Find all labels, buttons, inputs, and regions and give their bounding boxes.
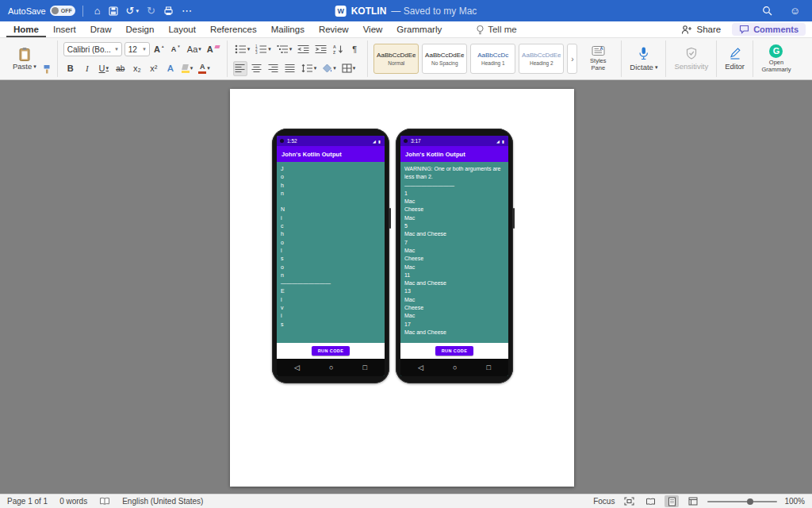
style-card[interactable]: AaBbCcDdEe No Spacing bbox=[422, 44, 467, 74]
ribbon-tab[interactable]: References bbox=[203, 21, 264, 37]
home-screen-button[interactable]: ⌂ bbox=[90, 2, 105, 20]
search-button[interactable] bbox=[758, 2, 776, 20]
underline-button[interactable]: U bbox=[97, 61, 111, 76]
language-indicator[interactable]: English (United States) bbox=[122, 497, 203, 506]
save-button[interactable] bbox=[105, 2, 122, 20]
dropdown-caret-icon bbox=[247, 46, 251, 52]
phone-screenshot-2[interactable]: 3:17 ◢ ▮ John's Kotlin Output WARNING: O… bbox=[396, 129, 513, 383]
more-commands-button[interactable]: ⋯ bbox=[178, 2, 196, 20]
tell-me-button[interactable]: Tell me bbox=[476, 25, 516, 35]
font-size-select[interactable]: 12 bbox=[124, 42, 150, 56]
read-mode-icon bbox=[645, 498, 656, 506]
text-effects-button[interactable]: A bbox=[163, 61, 178, 76]
style-card[interactable]: AaBbCcDdEe Normal bbox=[373, 44, 419, 74]
output-line: ————————— bbox=[281, 279, 381, 287]
italic-button[interactable]: I bbox=[80, 61, 94, 76]
undo-icon: ↺ bbox=[126, 6, 135, 16]
share-button[interactable]: Share bbox=[681, 25, 721, 35]
print-button[interactable] bbox=[159, 2, 178, 20]
ribbon-tab[interactable]: Draw bbox=[83, 21, 119, 37]
change-case-button[interactable]: Aa bbox=[186, 42, 203, 57]
editor-button[interactable]: Editor bbox=[722, 47, 747, 71]
grammarly-icon: G bbox=[769, 44, 783, 58]
output-line: s bbox=[281, 255, 381, 263]
superscript-button[interactable]: x² bbox=[147, 61, 161, 76]
numbered-list-button[interactable]: 123 bbox=[254, 42, 273, 57]
clear-formatting-button[interactable]: A bbox=[205, 42, 221, 57]
open-grammarly-button[interactable]: G Open Grammarly bbox=[759, 44, 794, 73]
print-layout-button[interactable] bbox=[665, 495, 679, 507]
style-name: No Spacing bbox=[431, 60, 458, 66]
zoom-thumb[interactable] bbox=[747, 498, 753, 505]
justify-button[interactable] bbox=[283, 61, 297, 76]
shading-button[interactable] bbox=[320, 61, 338, 76]
styles-gallery-expand-button[interactable]: › bbox=[567, 44, 577, 74]
format-painter-icon bbox=[42, 64, 52, 74]
zoom-level[interactable]: 100% bbox=[784, 497, 805, 506]
phone-screenshot-1[interactable]: 1:52 ◢ ▮ John's Kotlin Output JohnNichol… bbox=[272, 129, 389, 383]
sensitivity-label: Sensitivity bbox=[674, 62, 708, 71]
comments-button[interactable]: Comments bbox=[732, 23, 806, 36]
increase-indent-button[interactable] bbox=[313, 42, 328, 57]
ribbon-tab[interactable]: Review bbox=[312, 21, 356, 37]
highlight-color-button[interactable] bbox=[180, 61, 195, 76]
ribbon-tab[interactable]: View bbox=[356, 21, 390, 37]
line-spacing-button[interactable] bbox=[300, 61, 319, 76]
sensitivity-button[interactable]: Sensitivity bbox=[672, 47, 710, 71]
status-bar: Page 1 of 1 0 words English (United Stat… bbox=[0, 494, 812, 508]
ribbon-tab[interactable]: Layout bbox=[161, 21, 203, 37]
zoom-slider[interactable] bbox=[707, 497, 777, 506]
font-name-select[interactable]: Calibri (Bo... bbox=[63, 42, 122, 56]
style-name: Normal bbox=[388, 60, 404, 66]
web-layout-button[interactable] bbox=[686, 495, 700, 507]
undo-button[interactable]: ↺ bbox=[122, 2, 143, 20]
shrink-font-button[interactable]: A bbox=[169, 42, 183, 57]
focus-label[interactable]: Focus bbox=[593, 497, 615, 506]
feedback-button[interactable]: ☺ bbox=[786, 2, 804, 20]
ribbon-tab[interactable]: Design bbox=[119, 21, 162, 37]
ribbon-tab[interactable]: Home bbox=[6, 21, 46, 37]
redo-button[interactable]: ↻ bbox=[143, 2, 159, 20]
document-page[interactable]: 1:52 ◢ ▮ John's Kotlin Output JohnNichol… bbox=[230, 89, 574, 487]
paste-button[interactable]: Paste bbox=[10, 46, 39, 71]
dropdown-caret-icon bbox=[106, 65, 109, 71]
focus-mode-button[interactable] bbox=[622, 495, 636, 507]
bold-button[interactable]: B bbox=[63, 61, 78, 76]
align-left-button[interactable] bbox=[233, 61, 247, 76]
phone1-button-bar: RUN CODE bbox=[277, 343, 385, 359]
ribbon-tab[interactable]: Grammarly bbox=[389, 21, 449, 37]
ribbon-tab[interactable]: Mailings bbox=[264, 21, 312, 37]
paint-bucket-icon bbox=[322, 64, 332, 73]
autosave-toggle[interactable]: AutoSave OFF bbox=[8, 6, 75, 16]
more-icon: ⋯ bbox=[182, 6, 192, 16]
multilevel-list-button[interactable] bbox=[275, 42, 294, 57]
style-card[interactable]: AaBbCcDdEe Heading 2 bbox=[519, 44, 564, 74]
bullet-list-button[interactable] bbox=[233, 42, 252, 57]
output-line: Mac bbox=[404, 312, 504, 320]
styles-pane-button[interactable]: A Styles Pane bbox=[580, 45, 615, 71]
proofing-icon[interactable] bbox=[99, 497, 110, 506]
font-color-button[interactable]: A bbox=[197, 61, 212, 76]
grow-font-button[interactable]: A bbox=[152, 42, 167, 57]
show-formatting-marks-button[interactable]: ¶ bbox=[347, 42, 362, 57]
align-right-button[interactable] bbox=[266, 61, 281, 76]
ribbon-tab[interactable]: Insert bbox=[46, 21, 83, 37]
dictate-button[interactable]: Dictate bbox=[627, 46, 660, 71]
align-center-button[interactable] bbox=[250, 61, 264, 76]
page-indicator[interactable]: Page 1 of 1 bbox=[7, 497, 48, 506]
align-right-icon bbox=[268, 64, 278, 73]
read-mode-button[interactable] bbox=[643, 495, 657, 507]
editor-label: Editor bbox=[725, 62, 745, 71]
strikethrough-button[interactable]: ab bbox=[113, 61, 128, 76]
style-card[interactable]: AaBbCcDc Heading 1 bbox=[470, 44, 515, 74]
decrease-indent-button[interactable] bbox=[296, 42, 311, 57]
subscript-button[interactable]: x₂ bbox=[130, 61, 144, 76]
run-code-button: RUN CODE bbox=[435, 346, 474, 356]
autosave-state: OFF bbox=[61, 8, 72, 13]
format-painter-button[interactable] bbox=[42, 64, 52, 74]
output-line: h bbox=[281, 182, 381, 190]
comments-label: Comments bbox=[753, 25, 799, 34]
word-count[interactable]: 0 words bbox=[59, 497, 87, 506]
sort-button[interactable]: AZ bbox=[331, 42, 345, 57]
borders-button[interactable] bbox=[340, 61, 358, 76]
